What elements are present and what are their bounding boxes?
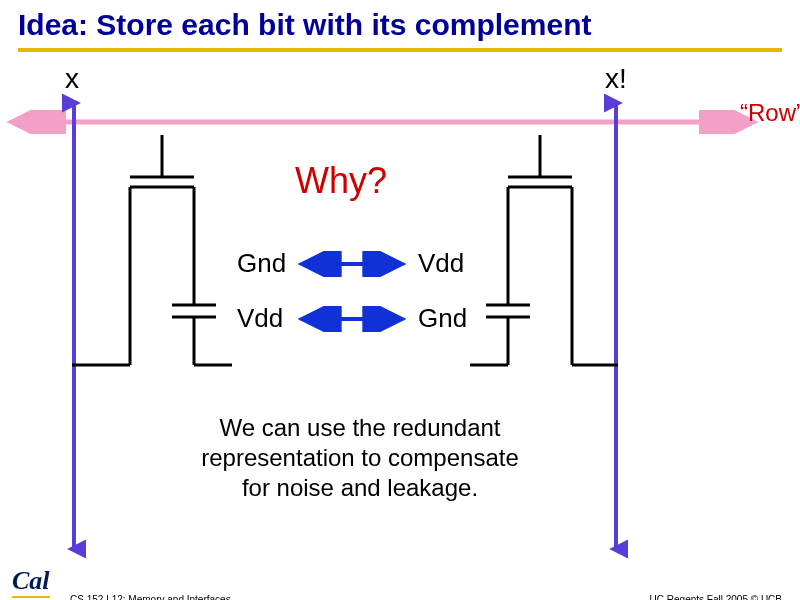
cal-logo: Cal [12,566,50,596]
footer-right: UC Regents Fall 2005 © UCB [650,594,782,600]
label-why: Why? [295,160,387,202]
title-underline [18,48,782,52]
label-gnd-right: Gnd [418,303,467,334]
label-vdd-right: Vdd [418,248,464,279]
label-vdd-left: Vdd [237,303,283,334]
cell-left-transistor-icon [72,135,252,385]
cell-right-transistor-icon [450,135,630,385]
desc-line-1: We can use the redundant [219,414,500,441]
label-row: “Row” [740,99,800,127]
arrow-vdd-gnd-bottom [292,306,412,332]
row-arrow [0,110,800,134]
desc-line-3: for noise and leakage. [242,474,478,501]
label-gnd-left: Gnd [237,248,286,279]
arrow-gnd-vdd-top [292,251,412,277]
slide-title: Idea: Store each bit with its complement [0,0,800,48]
diagram-stage: x x! “Row” Why? [0,55,800,560]
desc-line-2: representation to compensate [201,444,519,471]
description: We can use the redundant representation … [170,413,550,503]
footer-left: CS 152 L12: Memory and Interfaces [70,594,231,600]
